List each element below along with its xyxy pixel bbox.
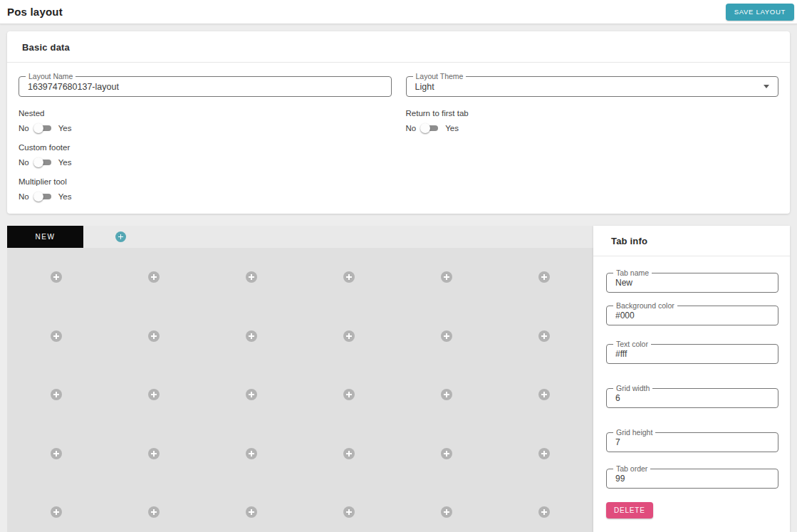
layout-theme-label: Layout Theme — [413, 72, 467, 80]
add-item-icon — [343, 271, 355, 283]
toggle-nested-off-label: No — [19, 124, 29, 132]
grid-cell[interactable] — [301, 483, 398, 532]
toggle-custom-footer: Custom footer No Yes — [19, 143, 392, 167]
add-item-icon — [148, 506, 160, 518]
toggle-custom-footer-off-label: No — [19, 158, 29, 167]
grid-cell[interactable] — [105, 307, 202, 366]
add-item-icon — [538, 271, 550, 283]
layout-theme-value: Light — [407, 82, 764, 92]
custom-footer-switch[interactable] — [36, 160, 51, 165]
add-item-icon — [441, 330, 452, 342]
grid-width-field: Grid width — [606, 388, 778, 408]
add-item-icon — [148, 448, 160, 459]
background-color-field: Background color — [606, 306, 778, 325]
save-layout-button[interactable]: SAVE LAYOUT — [726, 4, 794, 21]
toggle-return-to-first-tab-on-label: Yes — [445, 124, 459, 132]
background-color-label: Background color — [613, 301, 677, 310]
text-color-label: Text color — [613, 340, 651, 348]
add-tab-button[interactable] — [115, 231, 126, 242]
grid-cell[interactable] — [496, 248, 593, 307]
grid-width-label: Grid width — [613, 384, 652, 392]
add-item-icon — [246, 506, 257, 518]
grid-cell[interactable] — [301, 365, 398, 424]
add-item-icon — [441, 448, 452, 459]
tab-new[interactable]: NEW — [7, 226, 83, 248]
toggle-return-to-first-tab: Return to first tab No Yes — [406, 109, 779, 132]
add-item-icon — [343, 389, 355, 400]
top-bar: Pos layout SAVE LAYOUT — [0, 0, 797, 24]
grid-cell[interactable] — [105, 483, 202, 532]
nested-switch[interactable] — [36, 125, 51, 131]
grid-cell[interactable] — [7, 483, 105, 532]
grid-canvas — [7, 248, 593, 532]
grid-cell[interactable] — [496, 365, 593, 424]
grid-height-label: Grid height — [613, 428, 655, 437]
toggle-multiplier-tool-on-label: Yes — [58, 192, 72, 201]
grid-cell[interactable] — [105, 424, 202, 484]
tab-name-label: Tab name — [613, 268, 652, 277]
layout-name-label: Layout Name — [26, 72, 75, 80]
basic-data-title: Basic data — [7, 31, 790, 62]
text-color-field: Text color — [606, 344, 778, 364]
grid-cell[interactable] — [398, 365, 496, 424]
grid-cell[interactable] — [398, 307, 496, 366]
grid-cell[interactable] — [7, 424, 105, 484]
toggle-return-to-first-tab-off-label: No — [406, 124, 417, 132]
grid-height-field: Grid height — [606, 432, 778, 452]
grid-pane: NEW — [7, 226, 593, 532]
grid-cell[interactable] — [496, 424, 593, 484]
grid-cell[interactable] — [301, 424, 398, 484]
toggle-nested-label: Nested — [19, 109, 392, 118]
add-item-icon — [538, 389, 550, 400]
add-item-icon — [441, 506, 452, 518]
add-item-icon — [148, 271, 160, 283]
grid-cell[interactable] — [398, 424, 496, 484]
grid-cell[interactable] — [202, 248, 300, 307]
grid-cell[interactable] — [7, 307, 105, 366]
tab-order-label: Tab order — [613, 464, 650, 473]
grid-cell[interactable] — [105, 365, 202, 424]
add-item-icon — [246, 271, 257, 283]
toggle-custom-footer-label: Custom footer — [19, 143, 392, 152]
grid-cell[interactable] — [7, 248, 105, 307]
grid-cell[interactable] — [105, 248, 202, 307]
add-item-icon — [343, 330, 355, 342]
add-item-icon — [538, 330, 550, 342]
add-item-icon — [246, 448, 257, 459]
tab-bar: NEW — [7, 226, 593, 248]
add-item-icon — [51, 389, 62, 400]
return-to-first-tab-switch[interactable] — [422, 125, 438, 131]
grid-cell[interactable] — [7, 365, 105, 424]
layout-editor: NEW Tab info Tab name Background color T… — [7, 226, 790, 532]
tab-info-title: Tab info — [593, 226, 790, 256]
grid-cell[interactable] — [398, 248, 496, 307]
grid-cell[interactable] — [496, 307, 593, 366]
add-item-icon — [148, 330, 160, 342]
delete-tab-button[interactable]: DELETE — [606, 502, 653, 518]
grid-cell[interactable] — [202, 483, 300, 532]
add-item-icon — [343, 448, 355, 459]
tab-name-field: Tab name — [606, 273, 778, 293]
basic-data-card: Basic data Layout Name Layout Theme Ligh… — [7, 31, 790, 214]
add-item-icon — [51, 271, 62, 283]
grid-cell[interactable] — [202, 365, 300, 424]
toggle-return-to-first-tab-label: Return to first tab — [406, 109, 779, 118]
layout-theme-select[interactable]: Layout Theme Light — [406, 76, 779, 97]
grid-cell[interactable] — [301, 307, 398, 366]
plus-icon — [115, 231, 126, 242]
add-item-icon — [441, 389, 452, 400]
add-item-icon — [538, 506, 550, 518]
toggle-multiplier-tool-off-label: No — [19, 192, 29, 201]
toggle-custom-footer-on-label: Yes — [58, 158, 72, 167]
grid-cell[interactable] — [301, 248, 398, 307]
grid-cell[interactable] — [398, 483, 496, 532]
tab-info-panel: Tab info Tab name Background color Text … — [593, 226, 790, 532]
grid-cell[interactable] — [202, 307, 300, 366]
page-title: Pos layout — [7, 6, 63, 18]
add-item-icon — [246, 389, 257, 400]
grid-cell[interactable] — [496, 483, 593, 532]
add-item-icon — [246, 330, 257, 342]
multiplier-tool-switch[interactable] — [36, 194, 51, 199]
grid-cell[interactable] — [202, 424, 300, 484]
add-item-icon — [538, 448, 550, 459]
